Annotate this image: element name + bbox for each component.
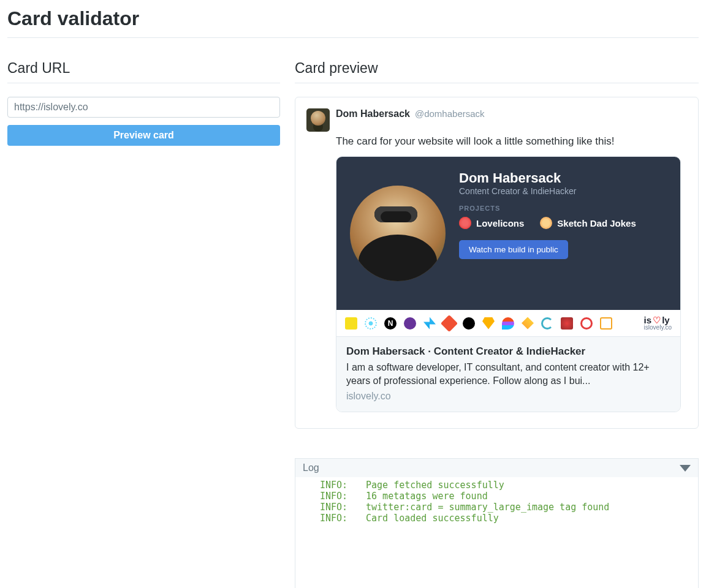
figma-icon	[502, 317, 514, 330]
chevron-down-icon	[680, 465, 691, 472]
tool-icon-3	[561, 317, 573, 330]
nextjs-icon: N	[384, 317, 397, 330]
sketch-icon	[482, 317, 495, 330]
card-title: Dom Habersack · Content Creator & IndieH…	[346, 345, 670, 358]
tailwind-icon	[423, 317, 436, 330]
author-name: Dom Habersack	[336, 108, 410, 119]
heart-icon: ♡	[653, 315, 661, 325]
gatsby-icon	[404, 317, 416, 330]
tweet-text: The card for your website will look a li…	[336, 135, 681, 148]
card-hero-image: Dom Habersack Content Creator & IndieHac…	[336, 157, 680, 310]
tech-logo-strip: N is	[336, 310, 680, 337]
project-lovelicons: Lovelicons	[476, 218, 524, 228]
card-preview-heading: Card preview	[295, 60, 699, 83]
card-url-heading: Card URL	[7, 60, 280, 83]
tweet-preview: Dom Habersack @domhabersack The card for…	[295, 97, 699, 429]
tool-icon-5	[600, 317, 612, 330]
card-url-input[interactable]	[7, 97, 280, 118]
author-avatar	[306, 108, 330, 132]
tool-icon-4	[580, 317, 593, 330]
react-icon	[365, 317, 377, 330]
github-icon	[463, 317, 475, 330]
log-body: INFO: Page fetched successfullyINFO: 16 …	[295, 477, 698, 588]
hero-role: Content Creator & IndieHacker	[459, 186, 672, 196]
islovely-logo: is ♡ ly	[644, 315, 672, 325]
preview-card-button[interactable]: Preview card	[7, 125, 280, 146]
javascript-icon	[345, 317, 357, 330]
log-line: INFO: 16 metatags were found	[320, 491, 698, 502]
log-title: Log	[303, 462, 319, 473]
card-url-panel: Card URL Preview card	[7, 60, 280, 588]
author-handle: @domhabersack	[415, 108, 485, 119]
log-line: INFO: Page fetched successfully	[320, 480, 698, 491]
project-sketch-dad-jokes: Sketch Dad Jokes	[557, 218, 636, 228]
hero-name: Dom Habersack	[459, 170, 672, 186]
brand-domain: islovely.co	[644, 325, 672, 331]
sketch-dad-jokes-icon	[540, 217, 552, 229]
summary-card[interactable]: Dom Habersack Content Creator & IndieHac…	[336, 156, 681, 412]
hero-avatar	[350, 186, 446, 281]
log-line: INFO: twitter:card = summary_large_image…	[320, 502, 698, 513]
hero-cta-button: Watch me build in public	[459, 240, 568, 259]
log-line: INFO: Card loaded successfully	[320, 513, 698, 524]
lovelicons-icon	[459, 217, 471, 229]
git-icon	[441, 314, 458, 331]
card-domain: islovely.co	[346, 391, 670, 402]
page-title: Card validator	[7, 7, 699, 38]
log-header[interactable]: Log	[295, 459, 698, 477]
tool-icon-2	[541, 317, 553, 330]
projects-label: PROJECTS	[459, 205, 672, 212]
card-description: I am a software developer, IT consultant…	[346, 361, 670, 387]
log-panel: Log INFO: Page fetched successfullyINFO:…	[295, 458, 699, 588]
tool-icon	[522, 317, 534, 330]
